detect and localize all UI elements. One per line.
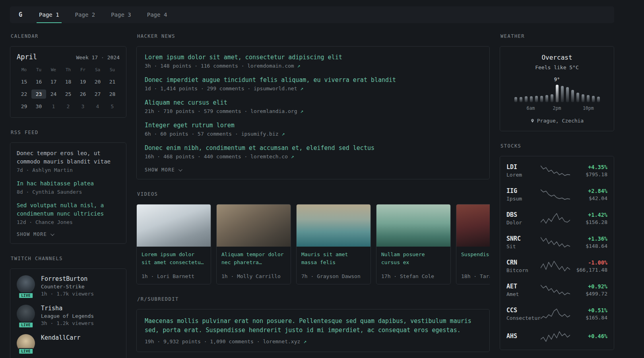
twitch-channel[interactable]: LIVE KendallCarr (17, 334, 120, 352)
hn-item-meta: 6h · 60 points · 57 comments · ipsumify.… (145, 131, 481, 137)
calendar-day-next-month: 3 (76, 102, 90, 111)
external-link-icon[interactable]: ↗ (291, 154, 294, 160)
weather-bar (582, 94, 584, 102)
external-link-icon[interactable]: ↗ (300, 86, 303, 91)
stock-change: +0.46% (571, 333, 607, 339)
calendar-week-year: Week 17 · 2024 (76, 54, 120, 60)
tab-page-1[interactable]: Page 1 (37, 6, 62, 23)
video-title-link[interactable]: Mauris sit amet massa felis (301, 251, 366, 267)
dow-label: We (46, 67, 61, 74)
weather-time-labels: 6am 2pm 10pm (506, 105, 607, 111)
avatar (17, 305, 35, 323)
hn-item: Donec enim nibh, condimentum et accumsan… (145, 144, 481, 160)
weather-highlight-temp: 9° (554, 77, 560, 82)
stock-name: Lorem (506, 172, 540, 178)
rss-item-link[interactable]: In hac habitasse platea (17, 179, 120, 188)
videos-section: VIDEOS Lorem ipsum dolor sit amet consec… (136, 191, 490, 284)
hn-item-link[interactable]: Aliquam nec cursus elit (145, 99, 481, 106)
subreddit-post-link[interactable]: Maecenas mollis pulvinar erat non posuer… (145, 317, 481, 335)
hn-meta-text: 6h · 60 points · 57 comments · ipsumify.… (145, 131, 281, 137)
external-link-icon[interactable]: ↗ (281, 131, 285, 137)
tab-page-4[interactable]: Page 4 (145, 6, 170, 23)
hn-meta-text: 16h · 468 points · 440 comments · loremt… (145, 154, 291, 160)
stock-name: Ipsum (506, 196, 540, 202)
stock-price: $795.18 (571, 171, 607, 177)
video-card[interactable]: Nullam posuere cursus ex 17h · Stefan Co… (376, 204, 451, 284)
rss-item: Sed volutpat nulla nisl, a condimentum n… (17, 201, 120, 225)
stocks-section-title: STOCKS (500, 143, 614, 149)
stocks-widget: LDI Lorem +4.35% $795.18 IIG Ipsum (500, 156, 614, 350)
stock-row: DBS Dolor +1.42% $156.28 (506, 206, 607, 230)
video-meta: 1h · Molly Carrillo (221, 273, 286, 279)
stock-id: AHS (506, 333, 540, 341)
rss-item-meta: 12d · Chance Jones (17, 219, 120, 225)
stock-symbol: AHS (506, 333, 540, 340)
calendar-day: 27 (90, 90, 105, 99)
video-body: Mauris sit amet massa felis 7h · Grayson… (297, 247, 370, 284)
weather-bar (545, 95, 548, 102)
twitch-channel[interactable]: LIVE Trisha League of Legends 3h · 1.2k … (17, 305, 120, 326)
hn-item: Integer eget rutrum lorem 6h · 60 points… (145, 122, 481, 137)
twitch-widget: LIVE ForrestBurton Counter-Strike 1h · 1… (10, 268, 126, 358)
stock-row: AET Amet +0.92% $499.72 (506, 278, 607, 302)
stock-values: +1.36% $148.64 (571, 235, 607, 249)
avatar-wrap: LIVE (17, 275, 35, 297)
rss-item-link[interactable]: Donec tempor eros leo, ut commodo mauris… (17, 149, 120, 166)
stock-id: CRN Bitcorn (506, 259, 540, 273)
rss-widget: Donec tempor eros leo, ut commodo mauris… (10, 142, 126, 244)
stock-sparkline (540, 189, 571, 200)
video-card[interactable]: Aliquam tempor dolor nec pharetra… 1h · … (216, 204, 291, 284)
video-card[interactable]: Mauris sit amet massa felis 7h · Grayson… (296, 204, 371, 284)
external-link-icon[interactable]: ↗ (297, 63, 301, 69)
hn-meta-text: 3h · 148 points · 116 comments · loremdo… (145, 63, 297, 69)
stock-id: AET Amet (506, 283, 540, 297)
weather-bar (571, 90, 574, 102)
twitch-channel[interactable]: LIVE ForrestBurton Counter-Strike 1h · 1… (17, 275, 120, 297)
channel-info: ForrestBurton Counter-Strike 1h · 1.7k v… (41, 275, 94, 297)
stock-values: +0.46% (571, 333, 607, 340)
tab-page-2[interactable]: Page 2 (73, 6, 98, 23)
hn-item-link[interactable]: Lorem ipsum dolor sit amet, consectetur … (145, 54, 481, 61)
hn-meta-text: 21h · 710 points · 579 comments · loreml… (145, 108, 300, 114)
hn-item-link[interactable]: Donec imperdiet augue tincidunt felis al… (145, 76, 481, 84)
video-title-link[interactable]: Aliquam tempor dolor nec pharetra… (221, 251, 286, 267)
time-label: 6am (527, 105, 535, 111)
channel-meta: 1h · 1.7k viewers (41, 291, 94, 297)
calendar-day: 25 (61, 90, 76, 99)
video-body: Aliquam tempor dolor nec pharetra… 1h · … (217, 247, 291, 284)
calendar-day: 15 (17, 77, 31, 86)
external-link-icon[interactable]: ↗ (303, 339, 306, 344)
stock-name: Sit (506, 243, 540, 249)
rss-show-more-button[interactable]: SHOW MORE (17, 232, 120, 237)
avatar-wrap: LIVE (17, 334, 35, 352)
hn-item-link[interactable]: Donec enim nibh, condimentum et accumsan… (145, 144, 481, 152)
weather-section: WEATHER Overcast Feels like 5°C 9° 6am 2… (500, 33, 614, 131)
rss-item-link[interactable]: Sed volutpat nulla nisl, a condimentum n… (17, 201, 120, 218)
hn-item-meta: 1d · 1,414 points · 299 comments · ipsum… (145, 86, 481, 91)
stock-row: AHS +0.46% (506, 326, 607, 347)
channel-name: KendallCarr (41, 334, 80, 341)
stock-symbol: SNRC (506, 235, 540, 242)
hn-item-link[interactable]: Integer eget rutrum lorem (145, 122, 481, 129)
video-title-link[interactable]: Lorem ipsum dolor sit amet consectetu… (142, 251, 206, 267)
hn-show-more-button[interactable]: SHOW MORE (145, 167, 481, 173)
video-card[interactable]: Lorem ipsum dolor sit amet consectetu… 1… (136, 204, 211, 284)
weather-bar (561, 86, 564, 102)
external-link-icon[interactable]: ↗ (300, 108, 303, 114)
calendar-day: 17 (46, 77, 61, 86)
weather-feels-like: Feels like 5°C (506, 64, 607, 70)
twitch-section-title: TWITCH CHANNELS (11, 256, 126, 261)
weather-bar (551, 94, 553, 102)
hackernews-section: HACKER NEWS Lorem ipsum dolor sit amet, … (136, 33, 490, 179)
stock-values: +0.92% $499.72 (571, 283, 607, 297)
video-title-link[interactable]: Nullam posuere cursus ex (381, 251, 446, 267)
hn-item: Lorem ipsum dolor sit amet, consectetur … (145, 54, 481, 69)
calendar-day-selected: 23 (31, 90, 46, 99)
video-title-link[interactable]: Suspendisse diam (461, 251, 490, 259)
video-card[interactable]: Suspendisse diam 18h · Tara (456, 204, 490, 284)
chevron-down-icon (178, 167, 182, 171)
weather-bar (530, 96, 533, 102)
channel-game: Counter-Strike (41, 284, 94, 290)
tab-page-3[interactable]: Page 3 (109, 6, 134, 23)
channel-info: Trisha League of Legends 3h · 1.2k viewe… (41, 305, 94, 326)
